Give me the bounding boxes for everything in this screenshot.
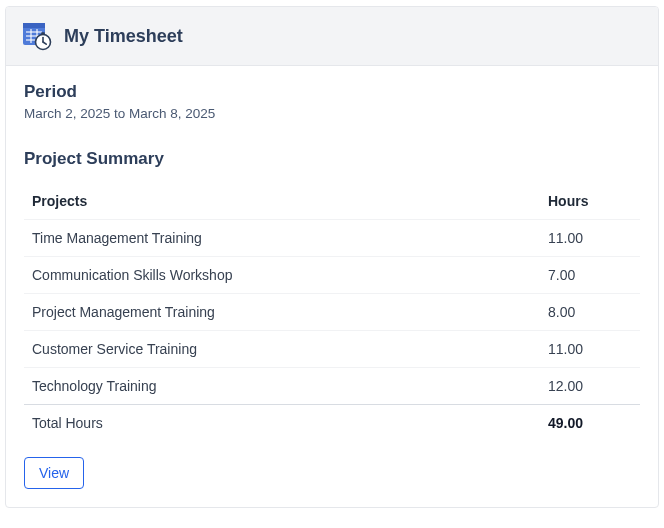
card-body: Period March 2, 2025 to March 8, 2025 Pr… (6, 66, 658, 507)
column-header-hours: Hours (540, 183, 640, 220)
svg-rect-1 (23, 23, 45, 28)
hours-cell: 7.00 (540, 257, 640, 294)
total-hours: 49.00 (540, 405, 640, 442)
table-row: Technology Training 12.00 (24, 368, 640, 405)
project-cell: Customer Service Training (24, 331, 540, 368)
column-header-projects: Projects (24, 183, 540, 220)
project-cell: Project Management Training (24, 294, 540, 331)
period-label: Period (24, 82, 640, 102)
hours-cell: 12.00 (540, 368, 640, 405)
project-cell: Communication Skills Workshop (24, 257, 540, 294)
table-row: Communication Skills Workshop 7.00 (24, 257, 640, 294)
period-value: March 2, 2025 to March 8, 2025 (24, 106, 640, 121)
project-cell: Technology Training (24, 368, 540, 405)
page-title: My Timesheet (64, 26, 183, 47)
table-row: Customer Service Training 11.00 (24, 331, 640, 368)
total-row: Total Hours 49.00 (24, 405, 640, 442)
svg-rect-8 (41, 32, 45, 34)
project-cell: Time Management Training (24, 220, 540, 257)
total-label: Total Hours (24, 405, 540, 442)
hours-cell: 11.00 (540, 220, 640, 257)
table-row: Project Management Training 8.00 (24, 294, 640, 331)
table-row: Time Management Training 11.00 (24, 220, 640, 257)
hours-cell: 11.00 (540, 331, 640, 368)
timesheet-card: My Timesheet Period March 2, 2025 to Mar… (5, 6, 659, 508)
card-header: My Timesheet (6, 7, 658, 66)
summary-title: Project Summary (24, 149, 640, 169)
project-summary-table: Projects Hours Time Management Training … (24, 183, 640, 441)
hours-cell: 8.00 (540, 294, 640, 331)
view-button[interactable]: View (24, 457, 84, 489)
actions-row: View (24, 457, 640, 489)
timesheet-clock-icon (22, 21, 52, 51)
